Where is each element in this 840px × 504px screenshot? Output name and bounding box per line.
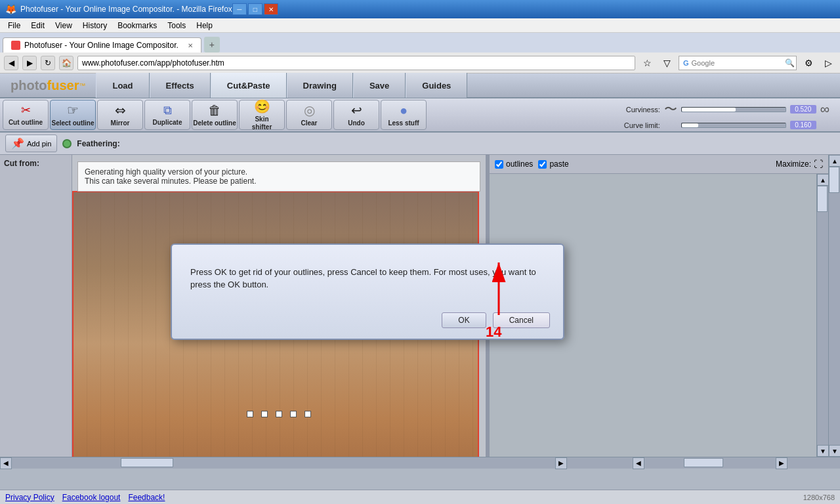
dialog-message: Press OK to get rid of your outlines, pr…: [190, 267, 536, 290]
dialog: Press OK to get rid of your outlines, pr…: [171, 243, 564, 340]
dialog-ok-button[interactable]: OK: [442, 312, 486, 328]
dialog-footer: OK Cancel: [172, 304, 563, 339]
dialog-body: Press OK to get rid of your outlines, pr…: [172, 245, 563, 304]
dialog-overlay: Press OK to get rid of your outlines, pr…: [0, 0, 840, 504]
dialog-cancel-button[interactable]: Cancel: [493, 312, 550, 328]
